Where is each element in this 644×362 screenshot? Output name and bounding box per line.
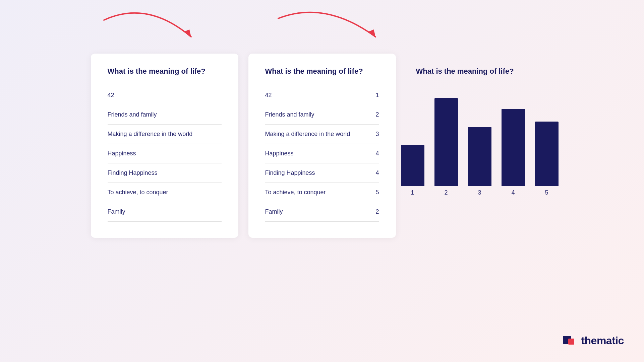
main-container: What is the meaning of life? 42 Friends … — [0, 0, 644, 362]
bar-label-1: 1 — [411, 189, 414, 196]
list-item: Finding Happiness — [108, 163, 222, 183]
list-item-label: To achieve, to conquer — [265, 189, 326, 196]
bar-label-4: 4 — [511, 189, 515, 196]
list-item: To achieve, to conquer — [108, 183, 222, 202]
card2-title: What is the meaning of life? — [265, 67, 379, 76]
bar-group-2: 2 — [434, 98, 458, 196]
list-item: Finding Happiness 4 — [265, 163, 379, 183]
list-item-count: 5 — [375, 189, 379, 196]
bar-1 — [401, 145, 424, 186]
bar-group-3: 3 — [468, 127, 491, 196]
list-item-label: Friends and family — [265, 111, 314, 118]
list-item: Making a difference in the world — [108, 125, 222, 144]
list-item-label: Friends and family — [108, 111, 157, 118]
bar-4 — [502, 109, 525, 186]
bar-label-2: 2 — [444, 189, 448, 196]
list-item-label: 42 — [265, 92, 272, 99]
list-item: To achieve, to conquer 5 — [265, 183, 379, 202]
list-item-label: Finding Happiness — [108, 169, 158, 176]
list-item-count: 1 — [375, 92, 379, 99]
bar-group-5: 5 — [535, 122, 559, 196]
list-item-count: 4 — [375, 169, 379, 176]
list-item-count: 4 — [375, 150, 379, 157]
list-item: Friends and family 2 — [265, 105, 379, 125]
thematic-logo-icon — [562, 333, 578, 349]
list-item: Family 2 — [265, 202, 379, 222]
bar-label-3: 3 — [478, 189, 481, 196]
list-item-label: 42 — [108, 92, 114, 99]
bar-group-1: 1 — [401, 145, 424, 196]
svg-rect-3 — [568, 339, 574, 345]
card1-title: What is the meaning of life? — [108, 67, 222, 76]
list-item-label: Happiness — [265, 150, 294, 157]
list-item-count: 3 — [375, 131, 379, 138]
bar-chart: 1 2 3 4 5 — [416, 89, 543, 196]
list-item-label: Family — [265, 208, 283, 215]
list-item-label: Happiness — [108, 150, 136, 157]
bar-3 — [468, 127, 491, 186]
logo-text: thematic — [581, 335, 624, 347]
list-item-label: Making a difference in the world — [265, 131, 350, 138]
list-item-label: Family — [108, 208, 125, 215]
list-item-count: 2 — [375, 111, 379, 118]
bar-2 — [434, 98, 458, 186]
list-item-label: To achieve, to conquer — [108, 189, 168, 196]
list-item-label: Making a difference in the world — [108, 131, 193, 138]
list-item: 42 — [108, 86, 222, 105]
bar-5 — [535, 122, 559, 186]
list-item: Happiness 4 — [265, 144, 379, 163]
list-item-label: Finding Happiness — [265, 169, 315, 176]
list-item: Happiness — [108, 144, 222, 163]
list-item-count: 2 — [375, 208, 379, 215]
card1: What is the meaning of life? 42 Friends … — [91, 54, 238, 238]
logo-container: thematic — [562, 333, 624, 349]
list-item: 42 1 — [265, 86, 379, 105]
card3-title: What is the meaning of life? — [416, 67, 543, 76]
list-item: Making a difference in the world 3 — [265, 125, 379, 144]
list-item: Family — [108, 202, 222, 222]
bar-label-5: 5 — [545, 189, 548, 196]
card2: What is the meaning of life? 42 1 Friend… — [248, 54, 396, 238]
bar-group-4: 4 — [502, 109, 525, 196]
list-item: Friends and family — [108, 105, 222, 125]
card3: What is the meaning of life? 1 2 3 4 5 — [406, 54, 553, 238]
